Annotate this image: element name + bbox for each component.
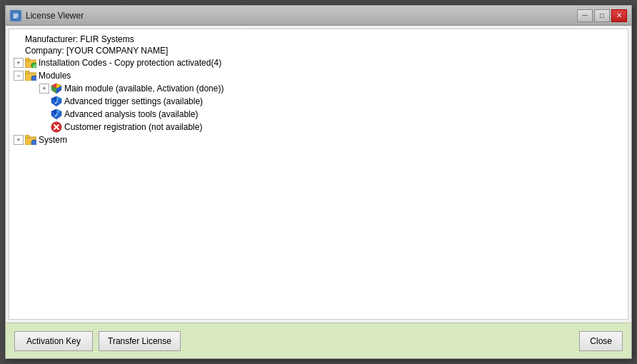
main-module-expand-btn[interactable]: + — [39, 84, 49, 93]
svg-point-10 — [31, 76, 36, 81]
installation-expand-btn[interactable]: + — [14, 58, 24, 68]
tree-item-manufacturer: Manufacturer: FLIR Systems — [14, 34, 623, 45]
tree-item-advanced-analysis: ✓ Advanced analysis tools (available) — [14, 108, 623, 121]
tree-item-company: Company: [YOUR COMPANY NAME] — [14, 45, 623, 56]
svg-text:✓: ✓ — [33, 64, 36, 68]
minimize-button[interactable]: ─ — [577, 9, 593, 22]
svg-rect-5 — [25, 58, 29, 61]
footer: Activation Key Transfer License Close — [6, 323, 631, 358]
tree-item-installation[interactable]: + ✓ Installation Codes - Copy protection… — [14, 56, 623, 69]
main-module-icon — [51, 83, 62, 94]
window-close-button[interactable]: ✕ — [611, 9, 627, 22]
window-icon — [10, 10, 21, 21]
advanced-trigger-icon: ✓ — [51, 96, 62, 107]
svg-rect-28 — [25, 135, 29, 138]
title-bar: License Viewer ─ □ ✕ — [6, 6, 631, 26]
window-controls: ─ □ ✕ — [577, 9, 627, 22]
restore-button[interactable]: □ — [594, 9, 610, 22]
tree-item-advanced-trigger: ✓ Advanced trigger settings (available) — [14, 95, 623, 108]
svg-text:✓: ✓ — [54, 113, 59, 118]
tree-item-system[interactable]: + System — [14, 133, 623, 146]
customer-reg-icon — [51, 121, 62, 133]
manufacturer-label: Manufacturer: FLIR Systems — [25, 34, 134, 44]
license-viewer-window: License Viewer ─ □ ✕ Manufacturer: FLIR … — [5, 5, 632, 359]
svg-rect-3 — [14, 17, 16, 18]
installation-label: Installation Codes - Copy protection act… — [39, 58, 221, 68]
svg-rect-2 — [14, 16, 18, 16]
advanced-analysis-label: Advanced analysis tools (available) — [64, 109, 198, 119]
close-button[interactable]: Close — [579, 331, 623, 351]
svg-point-29 — [31, 140, 36, 145]
transfer-license-button[interactable]: Transfer License — [99, 331, 181, 351]
advanced-analysis-icon: ✓ — [51, 108, 62, 120]
window-title: License Viewer — [26, 11, 577, 21]
company-label: Company: [YOUR COMPANY NAME] — [25, 46, 168, 56]
modules-expand-btn[interactable]: − — [14, 71, 24, 81]
svg-rect-1 — [14, 14, 18, 15]
installation-icon: ✓ — [25, 57, 36, 69]
tree-item-customer-reg: Customer registration (not available) — [14, 121, 623, 133]
modules-label: Modules — [39, 71, 71, 81]
main-module-label: Main module (available, Activation (done… — [64, 84, 224, 93]
modules-icon — [25, 70, 36, 81]
advanced-trigger-label: Advanced trigger settings (available) — [64, 96, 203, 106]
tree-content-area: Manufacturer: FLIR Systems Company: [YOU… — [9, 29, 628, 320]
system-label: System — [39, 135, 67, 145]
customer-reg-label: Customer registration (not available) — [64, 122, 202, 132]
tree-item-modules[interactable]: − Modules — [14, 69, 623, 82]
svg-text:✓: ✓ — [54, 100, 59, 105]
svg-rect-9 — [25, 71, 29, 74]
system-expand-btn[interactable]: + — [14, 135, 24, 145]
tree-item-main-module[interactable]: + Main module (available, Activation (do… — [14, 82, 623, 95]
system-icon — [25, 134, 36, 146]
activation-key-button[interactable]: Activation Key — [14, 331, 93, 351]
